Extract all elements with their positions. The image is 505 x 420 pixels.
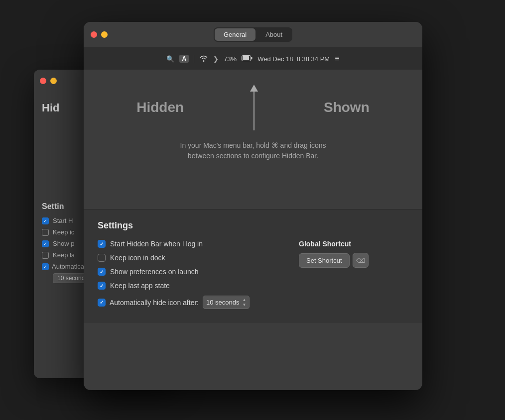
bg-cb-3-icon [42, 240, 49, 247]
bg-cb-3-label: Show p [53, 240, 74, 247]
tab-about[interactable]: About [256, 28, 291, 41]
svg-rect-1 [243, 56, 249, 60]
menubar-menu-icon: ≡ [335, 54, 339, 63]
bg-cb-1-icon [42, 217, 49, 224]
checkbox-2-label: Keep icon in dock [110, 254, 165, 262]
menubar-battery-pct: 73% [224, 55, 237, 63]
menu-bar-simulation: 🔍 A ❯ 73% Wed Dec 18 8 38 34 PM ≡ [84, 48, 422, 70]
hidden-label: Hidden [136, 100, 184, 115]
settings-area: Settings Start Hidden Bar when I log in … [84, 210, 422, 323]
auto-hide-checkbox[interactable] [98, 299, 106, 307]
bg-cb-4-icon [42, 252, 49, 259]
preview-area: Hidden Shown In your Mac's menu bar, hol… [84, 70, 422, 209]
clear-icon: ⌫ [356, 257, 365, 264]
menubar-search-icon: 🔍 [166, 55, 174, 63]
menubar-chevron-icon: ❯ [213, 55, 219, 63]
bg-cb-2-icon [42, 229, 49, 236]
bg-traffic-red[interactable] [40, 78, 46, 84]
bg-traffic-yellow[interactable] [50, 78, 57, 84]
bg-auto-cb [42, 263, 49, 270]
setting-row-4: Keep last app state [98, 282, 279, 290]
auto-hide-stepper[interactable]: 10 seconds ▲ ▼ [203, 296, 250, 309]
auto-hide-row: Automatically hide icon after: 10 second… [98, 296, 279, 309]
main-titlebar: General About [84, 22, 422, 48]
checkbox-3[interactable] [98, 268, 106, 276]
menubar-a-icon: A [179, 55, 189, 63]
bg-cb-2-label: Keep ic [53, 228, 74, 236]
checkbox-2[interactable] [98, 254, 106, 262]
traffic-light-red[interactable] [91, 31, 97, 38]
checkbox-1-label: Start Hidden Bar when I log in [110, 240, 203, 248]
menubar-datetime: Wed Dec 18 8 38 34 PM [257, 55, 330, 63]
checkbox-4[interactable] [98, 282, 106, 290]
setting-row-2: Keep icon in dock [98, 254, 279, 262]
shortcut-row: Set Shortcut ⌫ [299, 253, 369, 268]
settings-left-column: Start Hidden Bar when I log in Keep icon… [98, 240, 279, 309]
shown-label: Shown [324, 100, 370, 115]
settings-columns: Start Hidden Bar when I log in Keep icon… [98, 240, 408, 309]
auto-hide-label: Automatically hide icon after: [110, 299, 199, 307]
traffic-light-yellow[interactable] [101, 31, 108, 38]
traffic-lights [91, 31, 108, 38]
set-shortcut-button[interactable]: Set Shortcut [299, 253, 350, 268]
checkbox-3-label: Show preferences on launch [110, 268, 198, 276]
setting-row-3: Show preferences on launch [98, 268, 279, 276]
auto-hide-value: 10 seconds [206, 299, 240, 306]
settings-right-column: Global Shortcut Set Shortcut ⌫ [299, 240, 408, 309]
menubar-divider-1 [194, 55, 194, 63]
svg-rect-2 [251, 57, 252, 59]
checkbox-4-label: Keep last app state [110, 282, 170, 290]
bg-cb-1-label: Start H [53, 217, 73, 224]
stepper-arrows: ▲ ▼ [242, 298, 246, 307]
main-window: General About 🔍 A ❯ 73% Wed Dec 18 8 38 … [84, 22, 422, 390]
hidden-shown-row: Hidden Shown [94, 85, 412, 130]
checkbox-1[interactable] [98, 240, 106, 248]
menubar-wifi-icon [199, 55, 208, 63]
settings-title: Settings [98, 220, 408, 231]
instruction-text: In your Mac's menu bar, hold ⌘ and drag … [160, 140, 346, 161]
up-arrow [250, 85, 258, 130]
menubar-battery-icon [242, 55, 252, 63]
tab-group: General About [214, 27, 292, 42]
global-shortcut-label: Global Shortcut [299, 240, 351, 248]
bg-cb-4-label: Keep la [53, 251, 75, 259]
tab-general[interactable]: General [215, 28, 255, 41]
setting-row-1: Start Hidden Bar when I log in [98, 240, 279, 248]
shortcut-clear-button[interactable]: ⌫ [353, 253, 369, 268]
arrow-shaft [253, 91, 254, 130]
